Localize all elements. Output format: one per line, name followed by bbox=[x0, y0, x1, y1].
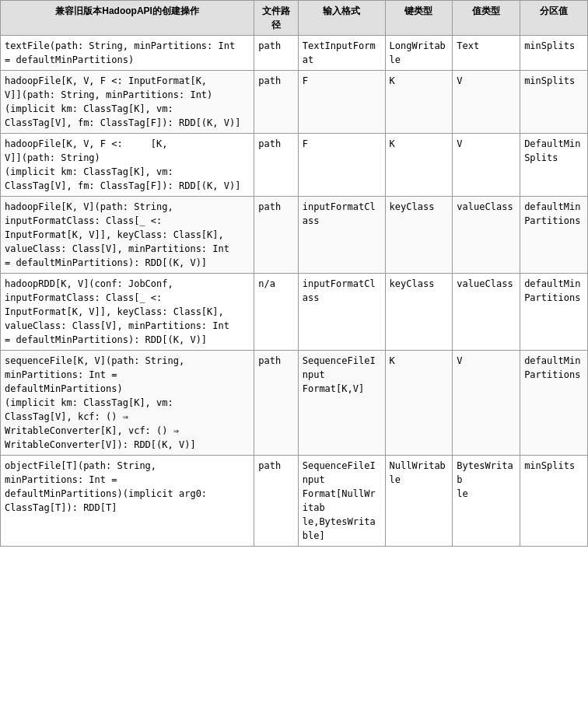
cell-partition: minSplits bbox=[520, 71, 588, 134]
cell-input-format: TextInputFormat bbox=[298, 36, 385, 71]
cell-path: path bbox=[254, 456, 298, 547]
cell-path: path bbox=[254, 351, 298, 456]
cell-value-type: BytesWritab le bbox=[453, 456, 520, 547]
header-path: 文件路径 bbox=[254, 1, 298, 36]
table-row: hadoopFile[K, V, F <: InputFormat[K, V]]… bbox=[1, 71, 588, 134]
cell-key-type: K bbox=[385, 71, 453, 134]
table-row: textFile(path: String, minPartitions: In… bbox=[1, 36, 588, 71]
cell-value-type: valueClass bbox=[453, 274, 520, 351]
table-row: hadoopFile[K, V](path: String, inputForm… bbox=[1, 197, 588, 274]
table-row: hadoopFile[K, V, F <: [K, V]](path: Stri… bbox=[1, 134, 588, 197]
table-row: objectFile[T](path: String, minPartition… bbox=[1, 456, 588, 547]
table-header-row: 兼容旧版本HadoopAPI的创建操作 文件路径 输入格式 键类型 值类型 分区… bbox=[1, 1, 588, 36]
header-op: 兼容旧版本HadoopAPI的创建操作 bbox=[1, 1, 254, 36]
cell-op: hadoopFile[K, V](path: String, inputForm… bbox=[1, 197, 254, 274]
cell-op: textFile(path: String, minPartitions: In… bbox=[1, 36, 254, 71]
cell-input-format: SequenceFileInput Format[K,V] bbox=[298, 351, 385, 456]
cell-key-type: keyClass bbox=[385, 197, 453, 274]
cell-path: n/a bbox=[254, 274, 298, 351]
cell-input-format: SequenceFileInput Format[NullWritab le,B… bbox=[298, 456, 385, 547]
cell-partition: defaultMinPartitions bbox=[520, 274, 588, 351]
cell-key-type: NullWritable bbox=[385, 456, 453, 547]
cell-op: objectFile[T](path: String, minPartition… bbox=[1, 456, 254, 547]
cell-partition: defaultMinPartitions bbox=[520, 351, 588, 456]
cell-path: path bbox=[254, 134, 298, 197]
cell-key-type: LongWritable bbox=[385, 36, 453, 71]
cell-value-type: Text bbox=[453, 36, 520, 71]
cell-value-type: V bbox=[453, 351, 520, 456]
cell-partition: minSplits bbox=[520, 36, 588, 71]
cell-op: hadoopFile[K, V, F <: [K, V]](path: Stri… bbox=[1, 134, 254, 197]
cell-value-type: V bbox=[453, 71, 520, 134]
cell-key-type: K bbox=[385, 351, 453, 456]
cell-path: path bbox=[254, 197, 298, 274]
cell-partition: DefaultMinSplits bbox=[520, 134, 588, 197]
cell-path: path bbox=[254, 36, 298, 71]
cell-op: sequenceFile[K, V](path: String, minPart… bbox=[1, 351, 254, 456]
cell-input-format: inputFormatClass bbox=[298, 197, 385, 274]
table-row: sequenceFile[K, V](path: String, minPart… bbox=[1, 351, 588, 456]
header-partition: 分区值 bbox=[520, 1, 588, 36]
cell-value-type: valueClass bbox=[453, 197, 520, 274]
cell-op: hadoopFile[K, V, F <: InputFormat[K, V]]… bbox=[1, 71, 254, 134]
cell-path: path bbox=[254, 71, 298, 134]
hadoop-api-table: 兼容旧版本HadoopAPI的创建操作 文件路径 输入格式 键类型 值类型 分区… bbox=[0, 0, 588, 547]
header-key-type: 键类型 bbox=[385, 1, 453, 36]
cell-input-format: inputFormatClass bbox=[298, 274, 385, 351]
header-input-format: 输入格式 bbox=[298, 1, 385, 36]
cell-input-format: F bbox=[298, 134, 385, 197]
cell-key-type: K bbox=[385, 134, 453, 197]
cell-op: hadoopRDD[K, V](conf: JobConf, inputForm… bbox=[1, 274, 254, 351]
cell-partition: defaultMinPartitions bbox=[520, 197, 588, 274]
cell-input-format: F bbox=[298, 71, 385, 134]
header-value-type: 值类型 bbox=[453, 1, 520, 36]
cell-partition: minSplits bbox=[520, 456, 588, 547]
cell-value-type: V bbox=[453, 134, 520, 197]
table-row: hadoopRDD[K, V](conf: JobConf, inputForm… bbox=[1, 274, 588, 351]
cell-key-type: keyClass bbox=[385, 274, 453, 351]
